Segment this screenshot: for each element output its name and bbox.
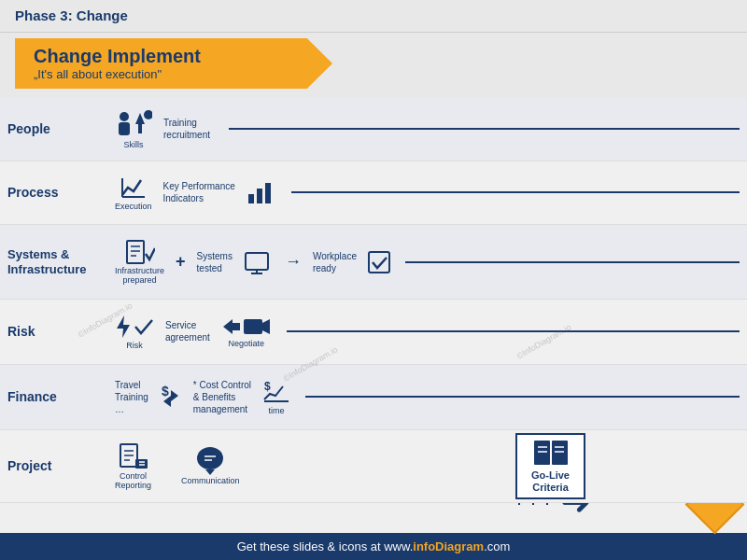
svg-rect-1 bbox=[119, 122, 130, 135]
svg-rect-7 bbox=[248, 194, 254, 203]
arrow-right-1: → bbox=[285, 252, 302, 272]
time-label: time bbox=[269, 407, 285, 416]
svg-rect-30 bbox=[135, 459, 148, 469]
negotiate-camera-icon bbox=[242, 315, 272, 338]
execution-label: Execution bbox=[115, 203, 152, 212]
horiz-line-systems bbox=[405, 261, 740, 263]
row-content-systems: Infrastructureprepared + Systemstested →… bbox=[107, 235, 747, 289]
communication-icon-group: Communication bbox=[181, 447, 240, 486]
hero-banner: Change Implement „It's all about executi… bbox=[15, 38, 332, 89]
svg-rect-10 bbox=[127, 241, 144, 263]
systems-tested-text: Systemstested bbox=[197, 250, 233, 274]
kpi-icon-group bbox=[247, 179, 273, 205]
time-chart-icon-group: $ time bbox=[262, 379, 290, 416]
row-finance: Finance TravelTraining… $ * Cost Control… bbox=[0, 365, 747, 430]
svg-point-4 bbox=[144, 110, 152, 119]
hero-section: Change Implement „It's all about executi… bbox=[0, 33, 747, 98]
row-label-systems: Systems & Infrastructure bbox=[0, 244, 107, 280]
row-risk: Risk Risk Serviceagreement bbox=[0, 300, 747, 365]
go-live-book-icon bbox=[532, 439, 570, 467]
communication-label: Communication bbox=[181, 477, 240, 486]
control-reporting-icon bbox=[119, 442, 148, 470]
row-label-finance: Finance bbox=[0, 385, 107, 409]
systems-tested-icon bbox=[244, 249, 274, 275]
kpi-chart-icon bbox=[247, 179, 273, 205]
row-content-process: Execution Key PerformanceIndicators bbox=[107, 171, 747, 216]
travel-training-text: TravelTraining… bbox=[115, 379, 148, 415]
finance-arrows-icon: $ bbox=[160, 383, 182, 411]
negotiate-arrows-icon bbox=[221, 315, 242, 338]
footer-text-after: .com bbox=[484, 539, 510, 553]
workplace-check-icon-group bbox=[368, 251, 390, 273]
execution-chart-icon bbox=[119, 175, 148, 201]
horiz-line-risk bbox=[287, 330, 740, 332]
row-content-finance: TravelTraining… $ * Cost Control& Benefi… bbox=[107, 375, 747, 420]
svg-rect-20 bbox=[244, 319, 262, 334]
risk-check-icon bbox=[134, 316, 154, 337]
workplace-ready-text: Workplaceready bbox=[313, 250, 357, 274]
row-content-people: Skills Trainingrecruitment bbox=[107, 105, 747, 154]
hero-subtitle: „It's all about execution" bbox=[34, 67, 295, 81]
hero-title: Change Implement bbox=[34, 46, 295, 67]
training-recruitment-text: Trainingrecruitment bbox=[163, 117, 210, 141]
svg-point-0 bbox=[120, 112, 129, 121]
control-reporting-icon-group: ControlReporting bbox=[115, 442, 151, 491]
row-process: Process Execution Key PerformanceIndicat… bbox=[0, 161, 747, 225]
svg-text:$: $ bbox=[264, 380, 271, 393]
row-project: Project ControlReporting bbox=[0, 430, 747, 503]
horiz-line-finance bbox=[305, 396, 740, 398]
svg-marker-2 bbox=[135, 113, 145, 124]
footer-text-before: Get these slides & icons at www. bbox=[237, 539, 414, 553]
finance-arrows-icon-group: $ bbox=[160, 383, 182, 411]
cost-control-text: * Cost Control& Benefitsmanagement bbox=[193, 379, 251, 415]
skills-icon-group: Skills bbox=[115, 109, 152, 150]
negotiate-icon-group: Negotiate bbox=[221, 315, 272, 349]
footer-brand: infoDiagram bbox=[413, 539, 484, 553]
plus-sign-1: + bbox=[176, 252, 186, 272]
workplace-check-icon bbox=[368, 251, 390, 273]
row-content-risk: Risk Serviceagreement Negotiate bbox=[107, 310, 747, 355]
row-label-people: People bbox=[0, 118, 107, 141]
skills-label: Skills bbox=[123, 141, 143, 150]
row-content-project: ControlReporting Communication bbox=[107, 429, 747, 504]
go-live-text: Go-LiveCriteria bbox=[525, 469, 576, 494]
svg-text:$: $ bbox=[162, 384, 169, 399]
footer: Get these slides & icons at www.infoDiag… bbox=[0, 533, 747, 560]
chat-lines-icon bbox=[203, 453, 218, 464]
execution-icon-group: Execution bbox=[115, 175, 152, 212]
svg-rect-14 bbox=[246, 253, 268, 270]
infra-label: Infrastructureprepared bbox=[115, 267, 164, 286]
svg-rect-9 bbox=[265, 183, 271, 203]
svg-marker-19 bbox=[223, 319, 240, 334]
kpi-text: Key PerformanceIndicators bbox=[163, 180, 235, 204]
row-label-project: Project bbox=[0, 455, 107, 478]
risk-icon-group: Risk bbox=[115, 314, 154, 351]
horiz-line-process bbox=[291, 191, 740, 193]
svg-rect-3 bbox=[138, 124, 142, 133]
speech-bubble-icon bbox=[197, 447, 223, 469]
svg-rect-35 bbox=[534, 441, 550, 465]
skills-icon bbox=[115, 109, 152, 139]
infra-icon bbox=[125, 239, 155, 265]
negotiate-label: Negotiate bbox=[229, 340, 265, 349]
systems-tested-icon-group bbox=[244, 249, 274, 275]
row-label-process: Process bbox=[0, 181, 107, 204]
row-systems: Systems & Infrastructure Infrastructurep… bbox=[0, 225, 747, 300]
svg-rect-36 bbox=[552, 441, 568, 465]
infra-icon-group: Infrastructureprepared bbox=[115, 239, 164, 286]
svg-marker-18 bbox=[117, 315, 130, 338]
page-title: Phase 3: Change bbox=[15, 7, 128, 23]
time-chart-icon: $ bbox=[262, 379, 290, 405]
horiz-line-people bbox=[229, 128, 740, 130]
risk-label: Risk bbox=[126, 342, 143, 351]
row-people: People Skills bbox=[0, 98, 747, 161]
svg-marker-21 bbox=[262, 319, 270, 334]
svg-rect-8 bbox=[257, 189, 262, 203]
control-reporting-label: ControlReporting bbox=[115, 472, 151, 491]
header: Phase 3: Change bbox=[0, 0, 747, 33]
page-wrapper: Phase 3: Change Change Implement „It's a… bbox=[0, 0, 747, 560]
row-label-risk: Risk bbox=[0, 320, 107, 343]
service-agreement-text: Serviceagreement bbox=[165, 319, 210, 343]
go-live-box: Go-LiveCriteria bbox=[515, 433, 585, 500]
svg-rect-17 bbox=[369, 252, 389, 273]
